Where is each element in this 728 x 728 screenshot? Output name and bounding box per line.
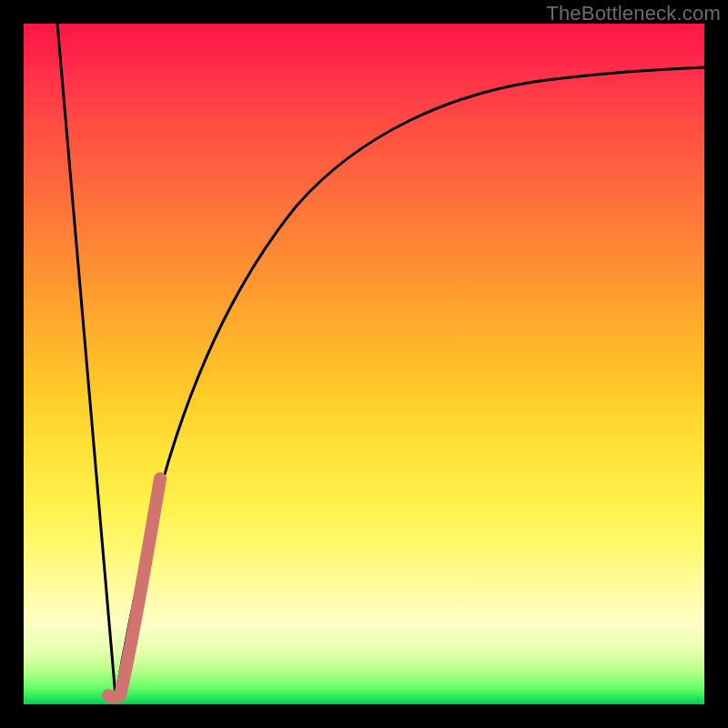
watermark-text: TheBottleneck.com [546, 2, 721, 25]
curve-layer [24, 24, 704, 704]
plot-area [24, 24, 704, 704]
curve-right-asymptote [116, 67, 704, 697]
curve-left-descent [57, 24, 116, 697]
chart-frame: TheBottleneck.com [0, 0, 728, 728]
highlight-segment [108, 479, 160, 697]
